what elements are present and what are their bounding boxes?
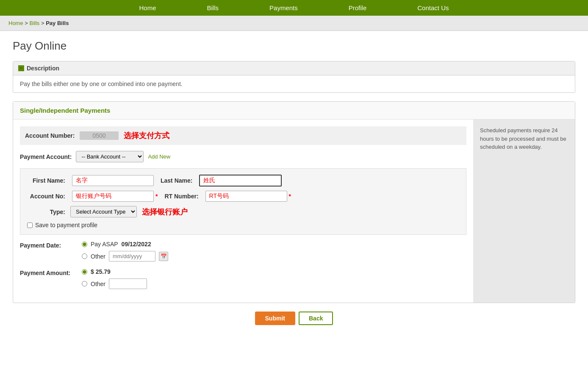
- bank-account-select[interactable]: -- Bank Account --: [76, 151, 144, 162]
- button-row: Submit Back: [13, 303, 575, 334]
- breadcrumb-bills[interactable]: Bills: [30, 20, 40, 26]
- payment-date-label: Payment Date:: [20, 241, 75, 249]
- description-box: − Description Pay the bills either one b…: [13, 61, 575, 93]
- account-no-label: Account No:: [27, 193, 65, 200]
- description-title: Description: [27, 65, 59, 72]
- last-name-wrapper: [199, 175, 282, 186]
- first-name-label: First Name:: [27, 177, 65, 184]
- amount-value: $ 25.79: [91, 268, 111, 275]
- save-profile-checkbox[interactable]: [27, 223, 33, 228]
- save-profile-row: Save to payment profile: [27, 222, 459, 228]
- chinese-bank-label: 选择银行账户: [142, 207, 188, 217]
- description-body: Pay the bills either one by one or combi…: [13, 75, 575, 92]
- account-no-input[interactable]: [72, 191, 154, 202]
- type-row: Type: Select Account Type 选择银行账户: [27, 206, 459, 217]
- last-name-input[interactable]: [199, 175, 282, 186]
- other-amount-input[interactable]: [109, 278, 147, 289]
- main-nav: Home Bills Payments Profile Contact Us: [0, 0, 588, 16]
- name-row: First Name: Last Name:: [27, 175, 459, 186]
- payment-date-section: Payment Date: Pay ASAP 09/12/2022 Other …: [20, 241, 466, 262]
- payment-amount-options: $ 25.79 Other: [82, 268, 147, 289]
- back-button[interactable]: Back: [299, 312, 333, 325]
- amount-fixed-row: $ 25.79: [82, 268, 147, 275]
- last-name-label: Last Name:: [161, 177, 192, 184]
- submit-button[interactable]: Submit: [255, 312, 295, 325]
- pay-asap-label: Pay ASAP: [91, 241, 118, 248]
- type-label: Type:: [27, 209, 65, 215]
- nav-bills[interactable]: Bills: [182, 0, 244, 16]
- rt-number-wrapper: *: [205, 191, 291, 202]
- description-header: − Description: [13, 61, 575, 75]
- rt-number-asterisk: *: [289, 193, 291, 200]
- account-number-value: 0500: [80, 131, 118, 140]
- breadcrumb-current: Pay Bills: [46, 20, 69, 26]
- bank-form: First Name: Last Name: Account No: *: [20, 168, 466, 235]
- nav-profile[interactable]: Profile: [323, 0, 392, 16]
- account-number-label: Account Number:: [25, 132, 75, 139]
- other-date-row: Other 📅: [82, 251, 168, 262]
- payment-amount-section: Payment Amount: $ 25.79 Other: [20, 268, 466, 289]
- pay-asap-row: Pay ASAP 09/12/2022: [82, 241, 168, 248]
- form-sidebar: Scheduled payments require 24 hours to b…: [473, 120, 575, 303]
- account-no-wrapper: *: [72, 191, 158, 202]
- pay-asap-date: 09/12/2022: [122, 241, 151, 248]
- calendar-icon[interactable]: 📅: [159, 252, 168, 261]
- amount-other-radio[interactable]: [82, 281, 87, 287]
- amount-fixed-radio[interactable]: [82, 269, 87, 275]
- other-date-label: Other: [91, 253, 105, 260]
- nav-payments[interactable]: Payments: [244, 0, 323, 16]
- account-rt-row: Account No: * RT Number: *: [27, 191, 459, 202]
- breadcrumb: Home > Bills > Pay Bills: [0, 16, 588, 31]
- other-date-radio[interactable]: [82, 253, 87, 259]
- chinese-payment-method: 选择支付方式: [124, 131, 169, 141]
- form-main: Account Number: 0500 选择支付方式 Payment Acco…: [13, 120, 473, 303]
- payment-account-row: Payment Account: -- Bank Account -- Add …: [20, 151, 466, 162]
- pay-asap-radio[interactable]: [82, 242, 87, 247]
- section-title: Single/Independent Payments: [13, 102, 575, 120]
- type-select[interactable]: Select Account Type: [70, 206, 137, 217]
- first-name-input[interactable]: [72, 175, 154, 186]
- rt-number-label: RT Number:: [164, 193, 198, 200]
- nav-home[interactable]: Home: [114, 0, 182, 16]
- main-section: Single/Independent Payments Account Numb…: [13, 101, 575, 303]
- breadcrumb-home[interactable]: Home: [8, 20, 23, 26]
- account-number-row: Account Number: 0500 选择支付方式: [20, 126, 466, 145]
- date-input[interactable]: [109, 251, 155, 262]
- nav-contact[interactable]: Contact Us: [392, 0, 474, 16]
- page-title: Pay Online: [13, 39, 575, 53]
- payment-amount-label: Payment Amount:: [20, 268, 75, 276]
- description-icon: −: [18, 65, 24, 71]
- form-layout: Account Number: 0500 选择支付方式 Payment Acco…: [13, 120, 575, 303]
- save-profile-label: Save to payment profile: [35, 222, 97, 228]
- rt-number-input[interactable]: [205, 191, 287, 202]
- sidebar-text: Scheduled payments require 24 hours to b…: [480, 126, 568, 151]
- add-new-link[interactable]: Add New: [148, 153, 170, 160]
- payment-date-options: Pay ASAP 09/12/2022 Other 📅: [82, 241, 168, 262]
- account-no-asterisk: *: [155, 193, 158, 200]
- amount-other-label: Other: [91, 281, 105, 287]
- payment-account-label: Payment Account:: [20, 153, 72, 160]
- amount-other-row: Other: [82, 278, 147, 289]
